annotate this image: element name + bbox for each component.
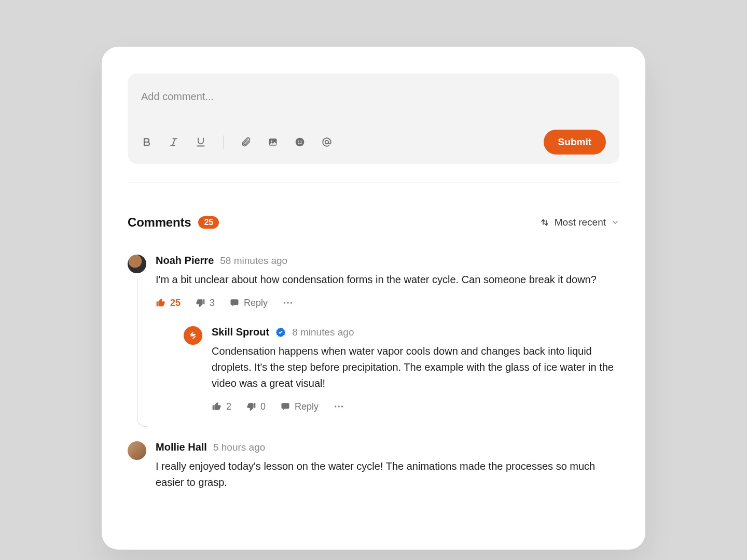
downvote-count: 3 [210, 298, 215, 309]
sort-dropdown[interactable]: Most recent [540, 217, 619, 228]
more-icon [282, 297, 294, 309]
comment-time: 8 minutes ago [292, 327, 354, 338]
composer-toolbar-row: Submit [141, 130, 606, 155]
comment-item: Skill Sprout 8 minutes ago Condensation … [184, 326, 619, 412]
comment-body: Skill Sprout 8 minutes ago Condensation … [212, 326, 619, 412]
upvote-button[interactable]: 25 [156, 298, 181, 309]
reply-label: Reply [295, 401, 319, 412]
comment-composer: Submit [128, 74, 619, 164]
comment-head: Skill Sprout 8 minutes ago [212, 326, 619, 338]
reply-icon [229, 298, 240, 308]
paperclip-icon[interactable] [240, 136, 252, 148]
svg-rect-10 [231, 299, 239, 305]
bold-icon[interactable] [141, 136, 153, 148]
reply-icon [280, 401, 290, 412]
comment-time: 58 minutes ago [220, 255, 287, 267]
submit-button[interactable]: Submit [544, 130, 606, 155]
comment-head: Mollie Hall 5 hours ago [156, 441, 619, 453]
comment-author[interactable]: Noah Pierre [156, 255, 214, 267]
section-divider [128, 183, 619, 183]
format-toolbar [141, 135, 333, 149]
comments-list: Noah Pierre 58 minutes ago I'm a bit unc… [128, 255, 619, 491]
verified-badge-icon [275, 327, 286, 338]
comment-time: 5 hours ago [213, 442, 265, 453]
svg-line-2 [173, 138, 175, 145]
comment-text: I'm a bit unclear about how condensation… [156, 272, 619, 288]
svg-point-12 [287, 302, 289, 304]
comment-item: Mollie Hall 5 hours ago I really enjoyed… [128, 441, 619, 491]
image-icon[interactable] [267, 136, 279, 148]
comment-author[interactable]: Skill Sprout [212, 326, 269, 338]
comment-actions: 2 0 Reply [212, 401, 619, 412]
thumb-down-icon [246, 401, 256, 412]
svg-point-6 [296, 138, 305, 147]
header-left: Comments 25 [128, 215, 219, 230]
thumb-up-icon [156, 298, 166, 308]
downvote-count: 0 [260, 401, 266, 412]
more-icon [333, 401, 344, 412]
comment-actions: 25 3 Reply [156, 297, 619, 309]
svg-point-15 [335, 405, 337, 408]
thumb-down-icon [195, 298, 205, 308]
brand-logo-icon [188, 331, 198, 340]
comments-header: Comments 25 Most recent [128, 215, 619, 230]
comment-body: Mollie Hall 5 hours ago I really enjoyed… [156, 441, 619, 491]
reply-thread: Skill Sprout 8 minutes ago Condensation … [184, 326, 619, 412]
toolbar-separator [223, 135, 224, 149]
downvote-button[interactable]: 0 [246, 401, 266, 412]
comments-title: Comments [128, 215, 191, 230]
thread-connector [137, 278, 147, 427]
avatar[interactable] [184, 326, 202, 345]
comment-body: Noah Pierre 58 minutes ago I'm a bit unc… [156, 255, 619, 412]
downvote-button[interactable]: 3 [195, 298, 215, 309]
upvote-count: 25 [170, 298, 181, 309]
svg-point-16 [338, 405, 340, 408]
svg-point-7 [298, 141, 299, 142]
underline-icon[interactable] [195, 136, 206, 148]
comment-text: I really enjoyed today's lesson on the w… [156, 458, 619, 491]
svg-point-9 [325, 141, 328, 144]
svg-point-13 [290, 302, 293, 304]
thumb-up-icon [212, 401, 222, 412]
comments-count-badge: 25 [198, 216, 219, 229]
sort-arrows-icon [540, 218, 549, 227]
more-button[interactable] [282, 297, 294, 309]
comment-head: Noah Pierre 58 minutes ago [156, 255, 619, 267]
comment-item: Noah Pierre 58 minutes ago I'm a bit unc… [128, 255, 619, 412]
svg-point-5 [271, 141, 272, 142]
upvote-button[interactable]: 2 [212, 401, 231, 412]
more-button[interactable] [333, 401, 344, 412]
upvote-count: 2 [226, 401, 231, 412]
svg-point-8 [300, 141, 301, 142]
svg-rect-14 [282, 403, 289, 409]
avatar[interactable] [128, 441, 146, 460]
comment-text: Condensation happens when water vapor co… [212, 343, 619, 391]
emoji-icon[interactable] [294, 136, 306, 148]
reply-button[interactable]: Reply [280, 401, 319, 412]
sort-label: Most recent [555, 217, 606, 228]
comments-card: Submit Comments 25 Most recent Noah Pier… [102, 47, 645, 550]
reply-button[interactable]: Reply [229, 298, 268, 309]
comment-author[interactable]: Mollie Hall [156, 441, 207, 453]
svg-point-11 [284, 302, 286, 304]
avatar[interactable] [128, 255, 146, 273]
chevron-down-icon [611, 218, 619, 227]
italic-icon[interactable] [168, 136, 179, 148]
svg-point-17 [341, 405, 343, 408]
reply-label: Reply [244, 298, 268, 309]
at-sign-icon[interactable] [321, 136, 333, 148]
comment-input[interactable] [141, 87, 606, 106]
